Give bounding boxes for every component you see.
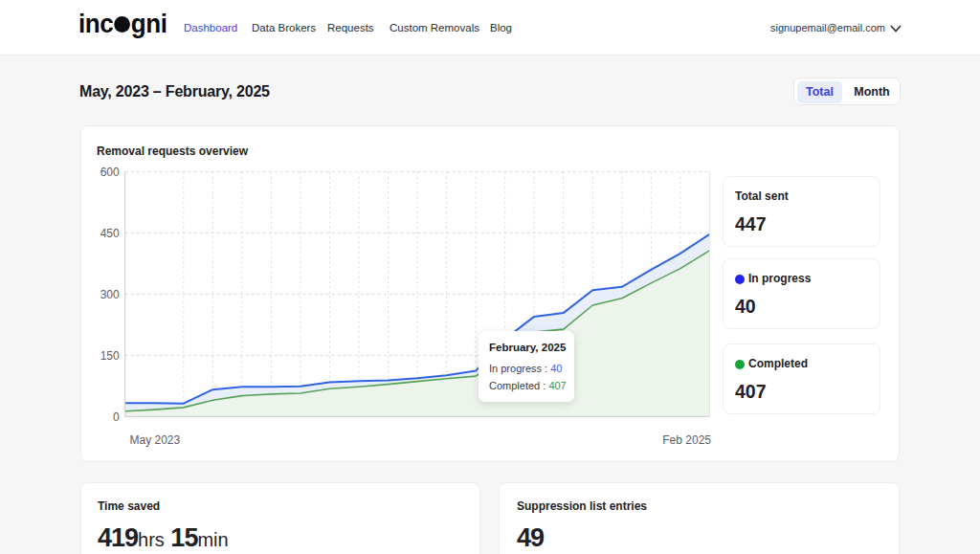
svg-text:Feb 2025: Feb 2025 — [662, 433, 711, 447]
svg-text:150: 150 — [100, 349, 120, 363]
svg-text:600: 600 — [100, 166, 120, 179]
svg-text:May 2023: May 2023 — [130, 433, 181, 447]
svg-text:450: 450 — [100, 227, 120, 240]
svg-text:0: 0 — [113, 410, 120, 424]
svg-text:300: 300 — [100, 288, 120, 301]
